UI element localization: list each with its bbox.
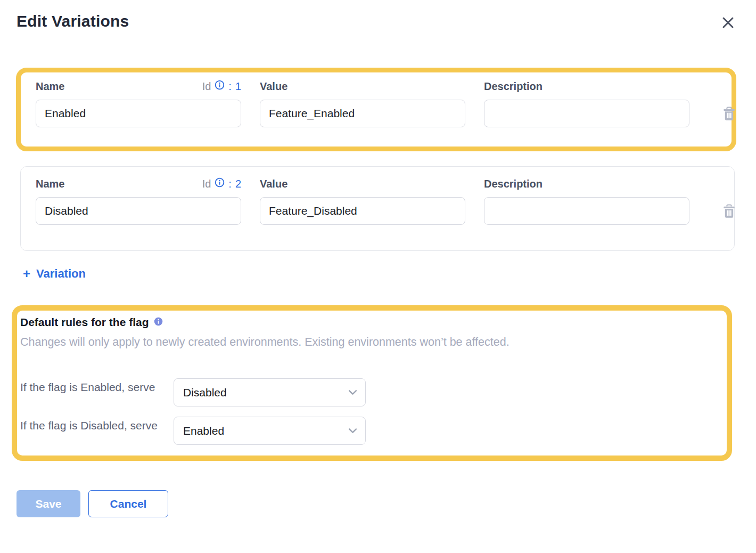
serve-variation-select[interactable]: Enabled	[174, 417, 366, 445]
serve-variation-select[interactable]: Disabled	[174, 378, 366, 406]
add-variation-button[interactable]: + Variation	[23, 267, 86, 281]
value-field-group: Value	[260, 79, 465, 127]
default-rule-row: If the flag is Disabled, serve Enabled	[20, 417, 716, 445]
plus-icon: +	[23, 268, 30, 280]
default-rules-note: Changes will only apply to newly created…	[20, 335, 716, 349]
rule-label: If the flag is Disabled, serve	[20, 417, 174, 434]
add-variation-label: Variation	[36, 267, 86, 281]
name-label: Name	[36, 178, 64, 190]
id-separator: :	[228, 178, 232, 190]
id-value: 2	[235, 178, 241, 190]
id-info-icon[interactable]	[215, 177, 225, 190]
description-input[interactable]	[484, 100, 689, 127]
close-button[interactable]	[719, 14, 737, 31]
default-rules-section: Default rules for the flag Changes will …	[12, 305, 732, 461]
rule-label: If the flag is Enabled, serve	[20, 378, 174, 396]
id-label: Id	[202, 80, 211, 93]
select-value: Enabled	[183, 425, 224, 437]
save-button[interactable]: Save	[17, 490, 80, 517]
value-field-group: Value	[260, 176, 465, 225]
info-icon[interactable]	[154, 317, 163, 328]
variation-id: Id : 1	[202, 80, 241, 93]
variation-card-2: Name Id : 2 Value Description	[20, 166, 735, 251]
description-label: Description	[484, 178, 543, 190]
chevron-down-icon	[348, 426, 357, 436]
description-input[interactable]	[484, 197, 689, 225]
default-rules-title: Default rules for the flag	[20, 316, 149, 329]
cancel-button[interactable]: Cancel	[88, 490, 168, 517]
variation-card-1-highlight: Name Id : 1 Value	[16, 68, 736, 151]
dialog-footer: Save Cancel	[17, 490, 756, 517]
description-field-group: Description	[484, 176, 689, 225]
name-field-group: Name Id : 2	[36, 176, 241, 225]
name-field-group: Name Id : 1	[36, 79, 241, 127]
variation-id: Id : 2	[202, 177, 241, 190]
page-title: Edit Variations	[17, 12, 129, 31]
dialog-header: Edit Variations	[0, 0, 756, 31]
description-field-group: Description	[484, 79, 689, 127]
variation-card-1: Name Id : 1 Value	[21, 72, 732, 147]
value-input[interactable]	[260, 100, 465, 127]
select-value: Disabled	[183, 386, 227, 399]
close-icon	[721, 23, 735, 31]
value-label: Value	[260, 80, 287, 93]
id-value: 1	[235, 80, 241, 93]
name-input[interactable]	[36, 100, 241, 127]
id-label: Id	[202, 178, 211, 190]
id-info-icon[interactable]	[215, 80, 225, 93]
default-rule-row: If the flag is Enabled, serve Disabled	[20, 378, 716, 406]
description-label: Description	[484, 80, 543, 93]
name-input[interactable]	[36, 197, 241, 225]
id-separator: :	[228, 80, 232, 93]
value-label: Value	[260, 178, 287, 190]
delete-variation-button[interactable]	[722, 107, 736, 121]
value-input[interactable]	[260, 197, 465, 225]
trash-icon	[722, 115, 736, 123]
name-label: Name	[36, 80, 64, 93]
chevron-down-icon	[348, 388, 357, 397]
trash-icon	[722, 212, 736, 220]
delete-variation-button[interactable]	[722, 204, 736, 218]
